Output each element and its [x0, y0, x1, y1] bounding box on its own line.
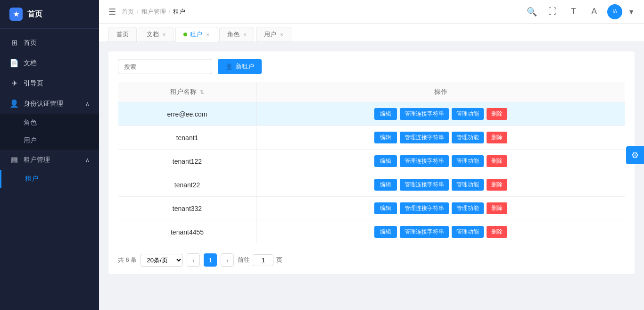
logo-icon: ★ — [9, 8, 23, 21]
col-name: 租户名称 ⇅ — [118, 82, 256, 102]
sidebar: ★ 首页 ⊞ 首页 📄 文档 ✈ 引导页 👤 身份认证管理 ∧ 角色 用户 — [0, 0, 99, 310]
action-buttons: 编辑管理连接字符串管理功能删除 — [264, 108, 617, 120]
tab-tenant[interactable]: 租户 × — [175, 27, 217, 42]
manage-conn-button[interactable]: 管理连接字符串 — [400, 226, 449, 238]
tab-tenant-dot — [183, 33, 187, 36]
tenant-name-cell: tenant1 — [118, 126, 256, 150]
action-cell: 编辑管理连接字符串管理功能删除 — [256, 150, 625, 173]
tenant-mgmt-arrow-icon: ∧ — [85, 157, 90, 163]
table-row: tenant122编辑管理连接字符串管理功能删除 — [118, 150, 625, 173]
page-1-button[interactable]: 1 — [204, 253, 217, 267]
goto-suffix: 页 — [276, 256, 282, 264]
delete-button[interactable]: 删除 — [487, 179, 507, 191]
sidebar-menu: ⊞ 首页 📄 文档 ✈ 引导页 👤 身份认证管理 ∧ 角色 用户 ▦ 租户管理 — [0, 29, 99, 310]
manage-conn-button[interactable]: 管理连接字符串 — [400, 108, 449, 120]
search-icon[interactable]: 🔍 — [524, 4, 539, 19]
table-row: tenant332编辑管理连接字符串管理功能删除 — [118, 197, 625, 220]
action-buttons: 编辑管理连接字符串管理功能删除 — [264, 132, 617, 143]
sidebar-tenant-label: 租户 — [25, 175, 38, 183]
manage-conn-button[interactable]: 管理连接字符串 — [400, 179, 449, 191]
docs-icon: 📄 — [9, 59, 19, 67]
settings-float-icon: ⚙ — [631, 150, 639, 160]
manage-func-button[interactable]: 管理功能 — [452, 226, 484, 238]
tenant-name-cell: tenant22 — [118, 173, 256, 197]
delete-button[interactable]: 删除 — [487, 202, 507, 214]
edit-button[interactable]: 编辑 — [374, 108, 397, 120]
edit-button[interactable]: 编辑 — [374, 202, 397, 214]
manage-conn-button[interactable]: 管理连接字符串 — [400, 202, 449, 214]
action-cell: 编辑管理连接字符串管理功能删除 — [256, 126, 625, 150]
breadcrumb: 首页 / 租户管理 / 租户 — [122, 8, 185, 16]
tab-docs[interactable]: 文档 × — [139, 27, 173, 42]
new-tenant-button[interactable]: 👤 新租户 — [218, 59, 262, 74]
tab-role-close[interactable]: × — [243, 32, 246, 37]
home-icon: ⊞ — [9, 38, 19, 47]
topbar: ☰ 首页 / 租户管理 / 租户 🔍 ⛶ T A IA ▼ — [99, 0, 644, 24]
sidebar-role-label: 角色 — [24, 118, 37, 127]
content-card: 👤 新租户 租户名称 ⇅ 操作 — [108, 51, 635, 274]
sidebar-item-auth[interactable]: 👤 身份认证管理 ∧ — [0, 93, 99, 114]
settings-float-button[interactable]: ⚙ — [626, 146, 644, 164]
delete-button[interactable]: 删除 — [487, 108, 507, 120]
action-buttons: 编辑管理连接字符串管理功能删除 — [264, 202, 617, 214]
sidebar-home-label: 首页 — [24, 39, 90, 47]
sidebar-item-guide[interactable]: ✈ 引导页 — [0, 73, 99, 93]
action-buttons: 编辑管理连接字符串管理功能删除 — [264, 226, 617, 238]
sidebar-item-tenant-mgmt[interactable]: ▦ 租户管理 ∧ — [0, 150, 99, 170]
avatar-text: IA — [612, 9, 617, 14]
sort-icon[interactable]: ⇅ — [200, 89, 204, 95]
action-buttons: 编辑管理连接字符串管理功能删除 — [264, 179, 617, 191]
sidebar-item-home[interactable]: ⊞ 首页 — [0, 33, 99, 53]
edit-button[interactable]: 编辑 — [374, 179, 397, 191]
sidebar-tenant-mgmt-label: 租户管理 — [24, 156, 85, 164]
fullscreen-icon[interactable]: ⛶ — [545, 4, 560, 19]
search-input[interactable] — [118, 59, 212, 74]
avatar[interactable]: IA — [607, 4, 622, 19]
col-actions: 操作 — [256, 82, 625, 102]
manage-func-button[interactable]: 管理功能 — [452, 108, 484, 120]
sidebar-user-label: 用户 — [24, 136, 37, 145]
auth-arrow-icon: ∧ — [85, 101, 90, 107]
tab-user-close[interactable]: × — [280, 32, 283, 37]
sidebar-item-docs[interactable]: 📄 文档 — [0, 53, 99, 73]
pagination: 共 6 条 10条/页 20条/页 50条/页 100条/页 ‹ 1 › 前往 … — [118, 253, 625, 267]
manage-func-button[interactable]: 管理功能 — [452, 202, 484, 214]
tab-tenant-close[interactable]: × — [206, 32, 209, 37]
col-actions-label: 操作 — [434, 88, 447, 95]
sidebar-item-role[interactable]: 角色 — [0, 114, 99, 132]
delete-button[interactable]: 删除 — [487, 155, 507, 167]
manage-func-button[interactable]: 管理功能 — [452, 179, 484, 191]
next-page-button[interactable]: › — [221, 253, 234, 267]
delete-button[interactable]: 删除 — [487, 132, 507, 143]
menu-toggle-icon[interactable]: ☰ — [108, 7, 116, 17]
sidebar-logo[interactable]: ★ 首页 — [0, 0, 99, 29]
edit-button[interactable]: 编辑 — [374, 132, 397, 143]
breadcrumb-home[interactable]: 首页 — [122, 8, 134, 16]
delete-button[interactable]: 删除 — [487, 226, 507, 238]
avatar-dropdown-arrow[interactable]: ▼ — [628, 8, 635, 16]
prev-page-button[interactable]: ‹ — [187, 253, 200, 267]
tab-user[interactable]: 用户 × — [256, 27, 291, 42]
page-size-select[interactable]: 10条/页 20条/页 50条/页 100条/页 — [140, 254, 183, 267]
edit-button[interactable]: 编辑 — [374, 155, 397, 167]
tenant-name-cell: erre@ee.com — [118, 102, 256, 126]
manage-func-button[interactable]: 管理功能 — [452, 132, 484, 143]
sidebar-item-user[interactable]: 用户 — [0, 132, 99, 150]
sidebar-item-tenant[interactable]: 租户 — [0, 170, 99, 188]
tab-role[interactable]: 角色 × — [219, 27, 254, 42]
tab-docs-close[interactable]: × — [163, 32, 165, 37]
tab-home[interactable]: 首页 — [108, 27, 137, 42]
auth-icon: 👤 — [9, 99, 19, 108]
breadcrumb-tenant-mgmt[interactable]: 租户管理 — [141, 8, 166, 16]
translate-icon[interactable]: A — [586, 4, 602, 19]
goto-input[interactable] — [253, 254, 273, 266]
table-row: tenant1编辑管理连接字符串管理功能删除 — [118, 126, 625, 150]
manage-conn-button[interactable]: 管理连接字符串 — [400, 155, 449, 167]
pagination-goto: 前往 页 — [238, 254, 282, 266]
topbar-left: ☰ 首页 / 租户管理 / 租户 — [108, 7, 185, 17]
font-icon[interactable]: T — [566, 4, 581, 19]
manage-conn-button[interactable]: 管理连接字符串 — [400, 132, 449, 143]
edit-button[interactable]: 编辑 — [374, 226, 397, 238]
manage-func-button[interactable]: 管理功能 — [452, 155, 484, 167]
action-cell: 编辑管理连接字符串管理功能删除 — [256, 173, 625, 197]
